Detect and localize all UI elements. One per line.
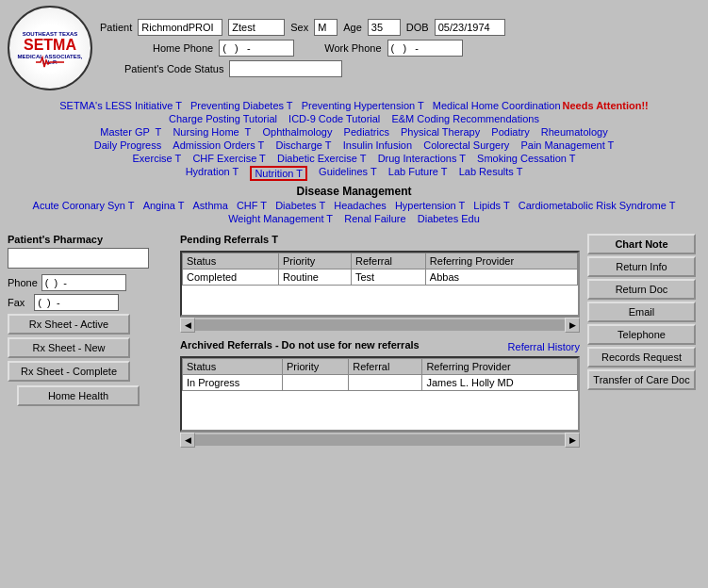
nav-preventing-hypertension[interactable]: Preventing Hypertension T: [302, 100, 424, 111]
nav-chf-exercise[interactable]: CHF Exercise T: [192, 153, 265, 164]
scroll-track[interactable]: [195, 319, 565, 331]
pharmacy-input[interactable]: [8, 248, 149, 269]
nav-row-1: SETMA's LESS Initiative T Preventing Dia…: [8, 100, 700, 111]
rx-sheet-active-button[interactable]: Rx Sheet - Active: [8, 314, 130, 335]
records-request-button[interactable]: Records Request: [587, 347, 696, 368]
pending-priority-cell: Routine: [279, 270, 352, 286]
archived-referrals-table-container: Status Priority Referral Referring Provi…: [180, 356, 580, 432]
nav-hypertension[interactable]: Hypertension T: [395, 200, 465, 211]
nav-guidelines[interactable]: Guidelines T: [319, 166, 377, 181]
home-health-button[interactable]: Home Health: [17, 385, 140, 406]
center-panel: Pending Referrals T Status Priority Refe…: [180, 234, 580, 447]
fax-input[interactable]: [34, 294, 119, 311]
nav-diabetes[interactable]: Diabetes T: [275, 200, 325, 211]
archived-scroll-track[interactable]: [195, 434, 565, 446]
scroll-left-button[interactable]: ◀: [180, 318, 195, 333]
archived-scrollbar: ◀ ▶: [180, 432, 580, 447]
archived-priority-cell: [283, 375, 349, 391]
nav-rheumatology[interactable]: Rheumatology: [541, 126, 608, 138]
nav-admission-orders[interactable]: Admission Orders T: [173, 139, 264, 151]
nav-nutrition[interactable]: Nutrition T: [250, 166, 307, 181]
nav-icd9[interactable]: ICD-9 Code Tutorial: [288, 113, 380, 124]
nav-master-gp[interactable]: Master GP T: [100, 126, 161, 138]
telephone-button[interactable]: Telephone: [587, 324, 696, 345]
nav-ophthalmology[interactable]: Ophthalmology: [262, 126, 332, 138]
nav-weight-management[interactable]: Weight Management T: [228, 213, 333, 224]
nav-em-coding[interactable]: E&M Coding Recommendations: [391, 113, 539, 124]
fax-row: Fax: [8, 294, 173, 311]
nav-daily-progress[interactable]: Daily Progress: [94, 139, 162, 151]
nav-discharge[interactable]: Discharge T: [275, 139, 331, 151]
work-phone-label: Work Phone: [324, 42, 381, 54]
main-content: Patient's Pharmacy Phone Fax Rx Sheet - …: [0, 230, 708, 450]
patient-name1-field[interactable]: [138, 19, 222, 36]
nav-diabetes-edu[interactable]: Diabetes Edu: [418, 213, 480, 224]
nav-exercise[interactable]: Exercise T: [133, 153, 182, 164]
rx-sheet-complete-button[interactable]: Rx Sheet - Complete: [8, 361, 130, 382]
sex-label: Sex: [290, 22, 308, 33]
table-row[interactable]: In Progress James L. Holly MD: [183, 375, 578, 391]
archived-scroll-left-button[interactable]: ◀: [180, 433, 195, 448]
dob-field[interactable]: [435, 19, 505, 36]
nav-row-3: Master GP T Nursing Home T Ophthalmology…: [8, 126, 700, 138]
sex-field[interactable]: [314, 19, 338, 36]
nav-angina[interactable]: Angina T: [143, 200, 185, 211]
referral-history-link[interactable]: Referral History: [508, 341, 580, 352]
nav-row-7: Acute Coronary Syn T Angina T Asthma CHF…: [8, 200, 700, 211]
nav-row-2: Charge Posting Tutorial ICD-9 Code Tutor…: [8, 113, 700, 124]
nav-preventing-diabetes[interactable]: Preventing Diabetes T: [190, 100, 293, 111]
nav-cardiometabolic[interactable]: Cardiometabolic Risk Syndrome T: [519, 200, 676, 211]
nav-physical-therapy[interactable]: Physical Therapy: [401, 126, 480, 138]
nav-smoking-cessation[interactable]: Smoking Cessation T: [477, 153, 575, 164]
chart-note-button[interactable]: Chart Note: [587, 234, 696, 254]
return-info-button[interactable]: Return Info: [587, 256, 696, 277]
phone-input[interactable]: [41, 274, 126, 291]
nav-pediatrics[interactable]: Pediatrics: [344, 126, 389, 138]
nav-colorectal-surgery[interactable]: Colorectal Surgery: [423, 139, 509, 151]
nav-acute-coronary[interactable]: Acute Coronary Syn T: [33, 200, 135, 211]
transfer-of-care-button[interactable]: Transfer of Care Doc: [587, 369, 696, 390]
pending-col-status: Status: [183, 253, 279, 270]
dob-label: DOB: [406, 22, 429, 33]
nav-podiatry[interactable]: Podiatry: [491, 126, 529, 138]
nav-charge-posting[interactable]: Charge Posting Tutorial: [169, 113, 277, 124]
archived-col-priority: Priority: [283, 359, 349, 375]
table-row[interactable]: Completed Routine Test Abbas: [183, 270, 578, 286]
nav-lipids[interactable]: Lipids T: [473, 200, 509, 211]
email-button[interactable]: Email: [587, 302, 696, 322]
pending-referrals-title-row: Pending Referrals T: [180, 234, 580, 248]
code-status-field[interactable]: [229, 60, 342, 77]
nav-chf[interactable]: CHF T: [237, 200, 267, 211]
pending-provider-cell: Abbas: [425, 270, 577, 286]
nav-row-8: Weight Management T Renal Failure Diabet…: [8, 213, 700, 224]
nav-setma-less[interactable]: SETMA's LESS Initiative T: [59, 100, 182, 111]
rx-sheet-new-button[interactable]: Rx Sheet - New: [8, 337, 130, 358]
nav-nursing-home[interactable]: Nursing Home T: [173, 126, 251, 138]
archived-scroll-right-button[interactable]: ▶: [565, 433, 580, 448]
nav-diabetic-exercise[interactable]: Diabetic Exercise T: [277, 153, 367, 164]
archived-provider-cell: James L. Holly MD: [422, 375, 578, 391]
nav-headaches[interactable]: Headaches: [334, 200, 387, 211]
nav-lab-results[interactable]: Lab Results T: [459, 166, 523, 181]
logo-text-main: SETMA: [24, 37, 76, 54]
home-phone-field[interactable]: [219, 40, 294, 57]
left-panel: Patient's Pharmacy Phone Fax Rx Sheet - …: [8, 234, 173, 447]
nav-lab-future[interactable]: Lab Future T: [388, 166, 448, 181]
return-doc-button[interactable]: Return Doc: [587, 279, 696, 300]
age-field[interactable]: [368, 19, 401, 36]
nav-pain-management[interactable]: Pain Management T: [520, 139, 614, 151]
nav-drug-interactions[interactable]: Drug Interactions T: [378, 153, 466, 164]
archived-referrals-title-row: Archived Referrals - Do not use for new …: [180, 339, 580, 353]
fax-label: Fax: [8, 297, 25, 308]
pending-referrals-table: Status Priority Referral Referring Provi…: [182, 253, 578, 286]
scroll-right-button[interactable]: ▶: [565, 318, 580, 333]
nav-medical-home[interactable]: Medical Home Coordination: [433, 100, 561, 111]
patient-row-1: Patient Sex Age DOB: [100, 19, 700, 36]
nav-asthma[interactable]: Asthma: [193, 200, 228, 211]
patient-name2-field[interactable]: [228, 19, 285, 36]
nav-insulin-infusion[interactable]: Insulin Infusion: [343, 139, 412, 151]
archived-referrals-table: Status Priority Referral Referring Provi…: [182, 358, 578, 391]
nav-hydration[interactable]: Hydration T: [186, 166, 239, 181]
work-phone-field[interactable]: [387, 40, 463, 57]
nav-renal-failure[interactable]: Renal Failure: [344, 213, 405, 224]
